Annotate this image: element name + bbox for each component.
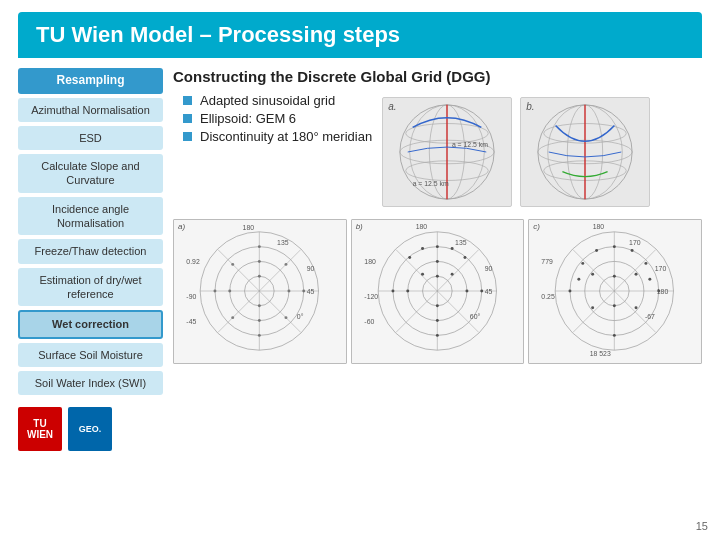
svg-text:180: 180	[657, 288, 669, 295]
svg-point-28	[258, 319, 261, 322]
svg-point-68	[465, 290, 468, 293]
grid-img-a-label: a)	[178, 222, 185, 231]
svg-point-26	[258, 275, 261, 278]
svg-text:90: 90	[307, 265, 315, 272]
svg-point-24	[258, 245, 261, 248]
svg-point-63	[436, 304, 439, 307]
svg-point-62	[450, 273, 453, 276]
svg-point-64	[436, 319, 439, 322]
slide-title: TU Wien Model – Processing steps	[18, 12, 702, 58]
svg-text:45: 45	[307, 288, 315, 295]
sidebar-header[interactable]: Resampling	[18, 68, 163, 94]
svg-point-100	[592, 306, 595, 309]
svg-point-32	[287, 290, 290, 293]
sphere-b-svg	[521, 98, 649, 206]
grid-img-a: a)	[173, 219, 347, 364]
svg-point-69	[480, 290, 483, 293]
dgg-bullets: Adapted sinusoidal grid Ellipsoid: GEM 6…	[173, 93, 372, 144]
svg-point-61	[421, 273, 424, 276]
svg-point-65	[436, 334, 439, 337]
svg-point-29	[258, 334, 261, 337]
sidebar-item-wet[interactable]: Wet correction	[18, 310, 163, 338]
sphere-a-svg: a = 12.5 km a = 12.5 km	[383, 98, 511, 206]
grid-b-svg: 180 180 135 90 45 60° -60 -120	[352, 220, 524, 363]
grid-img-c-label: c)	[533, 222, 540, 231]
svg-text:180: 180	[593, 223, 605, 230]
bullet-icon-2	[183, 114, 192, 123]
bullet-icon-1	[183, 96, 192, 105]
svg-text:a = 12.5 km: a = 12.5 km	[413, 180, 449, 187]
bullet-text-1: Adapted sinusoidal grid	[200, 93, 335, 108]
sidebar-item-swi[interactable]: Soil Water Index (SWI)	[18, 371, 163, 395]
svg-point-98	[592, 273, 595, 276]
svg-point-25	[258, 260, 261, 263]
svg-point-89	[645, 262, 648, 265]
svg-text:0.92: 0.92	[186, 258, 200, 265]
svg-point-27	[258, 304, 261, 307]
svg-point-91	[649, 278, 652, 281]
sidebar-item-surface[interactable]: Surface Soil Moisture	[18, 343, 163, 367]
svg-point-93	[613, 275, 616, 278]
sidebar: Resampling Azimuthal Normalisation ESD C…	[18, 68, 163, 528]
svg-point-88	[595, 249, 598, 252]
svg-point-66	[391, 290, 394, 293]
content-area: Resampling Azimuthal Normalisation ESD C…	[18, 68, 702, 528]
svg-text:180: 180	[415, 223, 427, 230]
svg-text:135: 135	[455, 239, 467, 246]
sidebar-item-incidence[interactable]: Incidence angle Normalisation	[18, 197, 163, 236]
sphere-row: a.	[382, 97, 650, 207]
svg-text:-120: -120	[364, 293, 378, 300]
bullet-2: Ellipsoid: GEM 6	[183, 111, 372, 126]
bullet-text-3: Discontinuity at 180° meridian	[200, 129, 372, 144]
sphere-a-label: a.	[388, 101, 396, 112]
bullet-1: Adapted sinusoidal grid	[183, 93, 372, 108]
svg-text:180: 180	[243, 224, 255, 231]
svg-point-33	[302, 290, 305, 293]
svg-text:-67: -67	[645, 313, 655, 320]
svg-text:a = 12.5 km: a = 12.5 km	[452, 141, 488, 148]
svg-point-30	[213, 290, 216, 293]
svg-point-90	[582, 262, 585, 265]
svg-point-101	[635, 306, 638, 309]
svg-text:170: 170	[629, 239, 641, 246]
svg-point-58	[408, 256, 411, 259]
svg-point-95	[613, 334, 616, 337]
svg-text:18 523: 18 523	[590, 350, 611, 357]
page-number: 15	[696, 520, 708, 532]
svg-point-60	[436, 275, 439, 278]
svg-point-99	[635, 273, 638, 276]
bullet-3: Discontinuity at 180° meridian	[183, 129, 372, 144]
sphere-a: a.	[382, 97, 512, 207]
sidebar-item-azimuthal[interactable]: Azimuthal Normalisation	[18, 98, 163, 122]
sidebar-item-estimation[interactable]: Estimation of dry/wet reference	[18, 268, 163, 307]
sidebar-item-freeze[interactable]: Freeze/Thaw detection	[18, 239, 163, 263]
grid-images-row: a)	[173, 219, 702, 364]
svg-text:45: 45	[484, 288, 492, 295]
svg-text:0.25: 0.25	[542, 293, 556, 300]
svg-point-87	[631, 249, 634, 252]
svg-text:-90: -90	[186, 293, 196, 300]
svg-text:90: 90	[484, 265, 492, 272]
svg-text:170: 170	[655, 265, 667, 272]
svg-point-96	[569, 290, 572, 293]
svg-point-67	[406, 290, 409, 293]
svg-text:180: 180	[364, 258, 376, 265]
svg-point-55	[450, 247, 453, 250]
grid-img-b: b)	[351, 219, 525, 364]
svg-point-35	[284, 263, 287, 266]
slide: TU Wien Model – Processing steps Resampl…	[0, 0, 720, 540]
sphere-b-label: b.	[526, 101, 534, 112]
grid-img-b-label: b)	[356, 222, 363, 231]
svg-point-34	[231, 263, 234, 266]
svg-point-86	[613, 245, 616, 248]
bullet-icon-3	[183, 132, 192, 141]
svg-point-56	[421, 247, 424, 250]
sidebar-item-slope[interactable]: Calculate Slope and Curvature	[18, 154, 163, 193]
svg-text:-60: -60	[364, 318, 374, 325]
svg-point-31	[228, 290, 231, 293]
dgg-title: Constructing the Discrete Global Grid (D…	[173, 68, 702, 85]
sphere-b: b.	[520, 97, 650, 207]
tu-logo: TU WIEN	[18, 407, 62, 451]
svg-text:-45: -45	[186, 318, 196, 325]
sidebar-item-esd[interactable]: ESD	[18, 126, 163, 150]
